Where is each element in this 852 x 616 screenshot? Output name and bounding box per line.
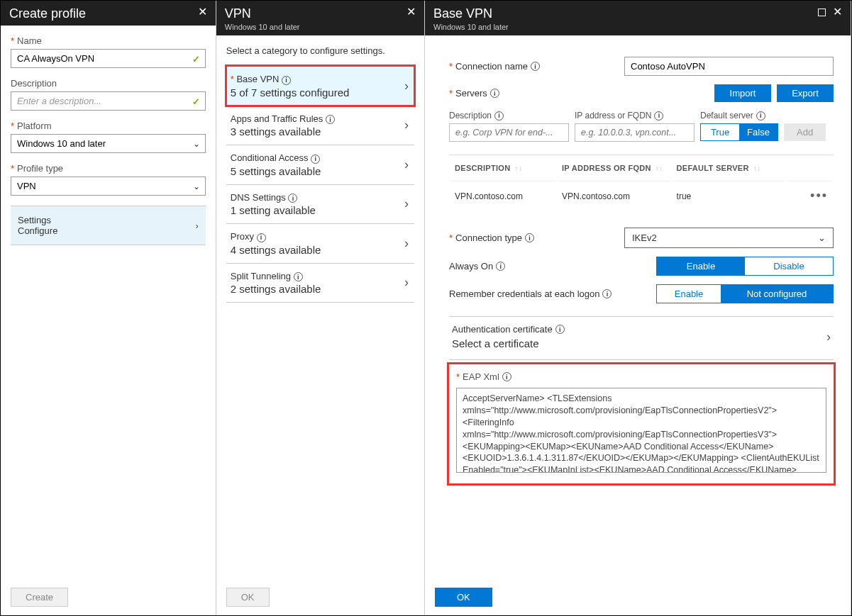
connection-name-label: Connection name <box>455 61 528 72</box>
create-button[interactable]: Create <box>11 588 68 607</box>
servers-table: DESCRIPTION↑↓ IP ADDRESS OR FQDN↑↓ DEFAU… <box>449 155 834 212</box>
info-icon[interactable]: i <box>525 233 534 242</box>
eap-xml-label: EAP Xml <box>463 371 499 382</box>
name-input[interactable] <box>11 49 206 68</box>
srv-ip-label: IP address or FQDN <box>575 111 651 121</box>
info-icon[interactable]: i <box>531 62 540 71</box>
vpn-categories-pane: VPN Windows 10 and later ✕ Select a cate… <box>216 1 425 615</box>
name-label: Name <box>17 35 42 46</box>
enable-option[interactable]: Enable <box>657 285 721 303</box>
add-button[interactable]: Add <box>784 123 826 141</box>
ok-button[interactable]: OK <box>226 588 270 607</box>
category-item-split-tunneling[interactable]: Split Tunneling i2 settings available› <box>226 263 414 303</box>
check-icon: ✓ <box>192 54 200 65</box>
eap-xml-textarea[interactable] <box>456 388 826 473</box>
category-instruction: Select a category to configure settings. <box>226 45 414 56</box>
sort-icon[interactable]: ↑↓ <box>753 164 761 172</box>
srv-ip-input[interactable] <box>575 123 695 142</box>
auth-cert-row[interactable]: Authentication certificate i Select a ce… <box>449 317 834 360</box>
remember-creds-toggle[interactable]: Enable Not configured <box>656 284 834 303</box>
connection-type-select[interactable]: IKEv2 ⌄ <box>624 228 834 248</box>
info-icon[interactable]: i <box>756 111 765 121</box>
maximize-icon[interactable] <box>818 9 826 16</box>
disable-option[interactable]: Disable <box>745 257 833 275</box>
chevron-right-icon: › <box>404 275 409 290</box>
settings-value: Configure <box>18 225 57 236</box>
info-icon[interactable]: i <box>555 325 565 334</box>
settings-nav-item[interactable]: Settings Configure › <box>11 206 206 245</box>
true-option[interactable]: True <box>701 124 739 140</box>
ok-button[interactable]: OK <box>435 588 492 607</box>
pane1-title: Create profile <box>9 6 198 21</box>
import-button[interactable]: Import <box>714 84 771 102</box>
sort-icon[interactable]: ↑↓ <box>514 164 522 172</box>
info-icon[interactable]: i <box>496 262 505 271</box>
connection-name-input[interactable] <box>624 57 834 76</box>
pane3-subtitle: Windows 10 and later <box>433 23 818 31</box>
chevron-right-icon: › <box>826 330 831 345</box>
enable-option[interactable]: Enable <box>657 257 745 275</box>
th-ip[interactable]: IP ADDRESS OR FQDN <box>562 164 651 172</box>
always-on-label: Always On <box>449 261 493 271</box>
export-button[interactable]: Export <box>777 84 834 102</box>
srv-desc-input[interactable] <box>449 123 569 142</box>
category-item-dns-settings[interactable]: DNS Settings i1 setting available› <box>226 184 414 224</box>
close-icon[interactable]: ✕ <box>198 6 207 18</box>
pane1-header: Create profile ✕ <box>1 1 216 26</box>
profile-type-label: Profile type <box>17 163 63 174</box>
chevron-right-icon: › <box>404 157 409 172</box>
close-icon[interactable]: ✕ <box>406 6 416 18</box>
check-icon: ✓ <box>192 96 200 107</box>
category-item-apps-and-traffic-rules[interactable]: Apps and Traffic Rules i3 settings avail… <box>226 106 414 145</box>
chevron-right-icon: › <box>404 79 409 94</box>
false-option[interactable]: False <box>739 124 778 140</box>
auth-cert-label: Authentication certificate <box>452 324 553 335</box>
pane2-title: VPN <box>225 6 406 21</box>
chevron-right-icon: › <box>404 196 409 211</box>
info-icon[interactable]: i <box>494 111 504 121</box>
servers-label: Servers <box>455 88 487 99</box>
category-item-proxy[interactable]: Proxy i4 settings available› <box>226 223 414 263</box>
category-item-base-vpn[interactable]: * Base VPN i5 of 7 settings configured› <box>226 66 414 106</box>
description-input[interactable] <box>11 91 206 111</box>
remember-creds-label: Remember credentials at each logon <box>449 289 599 299</box>
description-label: Description <box>11 78 57 89</box>
info-icon[interactable]: i <box>602 289 612 298</box>
info-icon[interactable]: i <box>654 111 663 121</box>
profile-type-select[interactable]: VPN <box>11 177 206 196</box>
pane3-header: Base VPN Windows 10 and later ✕ <box>425 1 851 35</box>
not-configured-option[interactable]: Not configured <box>721 285 833 303</box>
platform-label: Platform <box>17 121 51 131</box>
create-profile-pane: Create profile ✕ *Name ✓ Description ✓ *… <box>1 1 216 615</box>
default-server-toggle[interactable]: True False <box>700 123 778 141</box>
always-on-toggle[interactable]: Enable Disable <box>656 257 834 276</box>
info-icon[interactable]: i <box>294 272 303 281</box>
info-icon[interactable]: i <box>282 76 291 85</box>
chevron-right-icon: › <box>404 118 409 133</box>
sort-icon[interactable]: ↑↓ <box>655 164 663 172</box>
pane3-title: Base VPN <box>433 6 818 21</box>
close-icon[interactable]: ✕ <box>833 6 842 18</box>
settings-label: Settings <box>18 215 57 225</box>
srv-desc-label: Description <box>449 111 492 121</box>
eap-xml-section: *EAP Xml i <box>449 364 834 483</box>
base-vpn-pane: Base VPN Windows 10 and later ✕ *Connect… <box>425 1 851 615</box>
th-description[interactable]: DESCRIPTION <box>455 164 510 172</box>
chevron-right-icon: › <box>195 220 198 231</box>
pane2-header: VPN Windows 10 and later ✕ <box>216 1 424 35</box>
more-icon[interactable]: ••• <box>810 189 828 203</box>
th-default[interactable]: DEFAULT SERVER <box>677 164 749 172</box>
info-icon[interactable]: i <box>257 233 266 242</box>
info-icon[interactable]: i <box>490 89 499 98</box>
category-item-conditional-access[interactable]: Conditional Access i5 settings available… <box>226 145 414 184</box>
info-icon[interactable]: i <box>502 372 511 381</box>
connection-type-label: Connection type <box>455 233 522 243</box>
auth-cert-value: Select a certificate <box>452 337 565 349</box>
table-row[interactable]: VPN.contoso.comVPN.contoso.comtrue••• <box>450 181 832 211</box>
pane2-subtitle: Windows 10 and later <box>225 23 406 31</box>
platform-select[interactable]: Windows 10 and later <box>11 134 206 153</box>
info-icon[interactable]: i <box>288 194 297 203</box>
srv-def-label: Default server <box>700 111 753 121</box>
info-icon[interactable]: i <box>326 115 335 124</box>
info-icon[interactable]: i <box>311 155 320 164</box>
